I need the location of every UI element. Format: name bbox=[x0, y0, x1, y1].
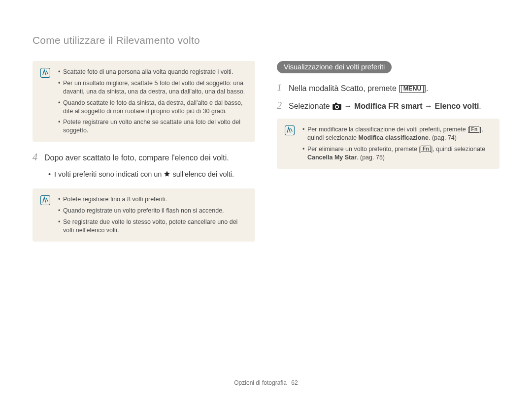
step-1: 1 Nella modalità Scatto, premete [MENU]. bbox=[277, 82, 499, 94]
note-item: Quando scattate le foto da sinista, da d… bbox=[58, 99, 247, 116]
note-box-right: Per modificare la classificazione dei vo… bbox=[277, 119, 499, 169]
step-text: Dopo aver scattato le foto, compare l'el… bbox=[44, 153, 229, 163]
note-item: Se registrate due volte lo stesso volto,… bbox=[58, 218, 247, 235]
step2-bold1: Modifica FR smart bbox=[354, 102, 423, 110]
txt: Per modificare la classificazione dei vo… bbox=[307, 126, 469, 133]
step-2: 2 Selezionate → Modifica FR smart → Elen… bbox=[277, 100, 499, 113]
txt: . (pag. 74) bbox=[429, 134, 457, 141]
note-box-b: Potete registrare fino a 8 volti preferi… bbox=[33, 188, 255, 242]
left-column: Scattate foto di una persona alla volta … bbox=[33, 61, 255, 251]
footer: Opzioni di fotografia 62 bbox=[0, 379, 532, 386]
sub-item: I volti preferiti sono indicati con un s… bbox=[48, 169, 255, 180]
step-text: Selezionate → Modifica FR smart → Elenco… bbox=[289, 101, 481, 113]
note-item: Per modificare la classificazione dei vo… bbox=[302, 125, 492, 142]
arrow: → bbox=[423, 102, 435, 110]
step-number: 4 bbox=[33, 152, 39, 163]
step-4: 4 Dopo aver scattato le foto, compare l'… bbox=[33, 152, 255, 163]
txt-bold: Cancella My Star bbox=[307, 154, 357, 161]
footer-page-number: 62 bbox=[291, 379, 298, 386]
note-item: Quando registrate un volto preferito il … bbox=[58, 207, 247, 215]
sub-suffix: sull'elenco dei volti. bbox=[172, 170, 233, 178]
step1-suffix: ]. bbox=[424, 84, 428, 93]
star-icon bbox=[164, 170, 170, 180]
note-icon bbox=[40, 68, 50, 78]
note-list-a: Scattate foto di una persona alla volta … bbox=[56, 68, 247, 135]
svg-rect-3 bbox=[335, 102, 337, 104]
step-number: 2 bbox=[277, 100, 284, 111]
txt: ], quindi selezionate bbox=[431, 146, 486, 153]
svg-point-5 bbox=[336, 105, 338, 108]
fn-key: Fn bbox=[469, 126, 480, 133]
camera-icon bbox=[332, 102, 342, 113]
step2-prefix: Selezionate bbox=[289, 102, 332, 110]
note-list-b: Potete registrare fino a 8 volti preferi… bbox=[56, 195, 247, 235]
step1-prefix: Nella modalità Scatto, premete [ bbox=[289, 84, 401, 93]
arrow: → bbox=[344, 102, 354, 110]
step2-bold2: Elenco volti bbox=[435, 102, 479, 110]
footer-section: Opzioni di fotografia bbox=[234, 379, 287, 386]
fn-key: Fn bbox=[421, 146, 431, 153]
note-item: Potete registrare un volto anche se scat… bbox=[58, 118, 247, 135]
page-title: Come utilizzare il Rilevamento volto bbox=[33, 34, 499, 46]
note-icon bbox=[40, 195, 50, 205]
note-icon bbox=[285, 125, 295, 135]
step-text: Nella modalità Scatto, premete [MENU]. bbox=[289, 83, 428, 94]
step-number: 1 bbox=[277, 82, 284, 93]
right-column: Visualizzazione dei volti preferiti 1 Ne… bbox=[277, 61, 499, 251]
txt-bold: Modifica classificazione bbox=[359, 134, 429, 141]
note-box-a: Scattate foto di una persona alla volta … bbox=[33, 61, 255, 142]
step2-suffix: . bbox=[479, 102, 481, 110]
txt: Per eliminare un volto preferito, premet… bbox=[307, 146, 421, 153]
section-heading-pill: Visualizzazione dei volti preferiti bbox=[277, 61, 392, 73]
txt: . (pag. 75) bbox=[357, 154, 385, 161]
menu-key: MENU bbox=[401, 85, 424, 93]
columns: Scattate foto di una persona alla volta … bbox=[33, 61, 499, 251]
page-root: Come utilizzare il Rilevamento volto Sca… bbox=[0, 0, 532, 401]
note-item: Potete registrare fino a 8 volti preferi… bbox=[58, 195, 247, 204]
sub-list: I volti preferiti sono indicati con un s… bbox=[48, 169, 255, 180]
note-list-right: Per modificare la classificazione dei vo… bbox=[300, 125, 492, 162]
note-item: Per eliminare un volto preferito, premet… bbox=[302, 145, 492, 162]
sub-prefix: I volti preferiti sono indicati con un bbox=[54, 170, 164, 178]
note-item: Per un risultato migliore, scattate 5 fo… bbox=[58, 79, 247, 96]
note-item: Scattate foto di una persona alla volta … bbox=[58, 68, 247, 76]
